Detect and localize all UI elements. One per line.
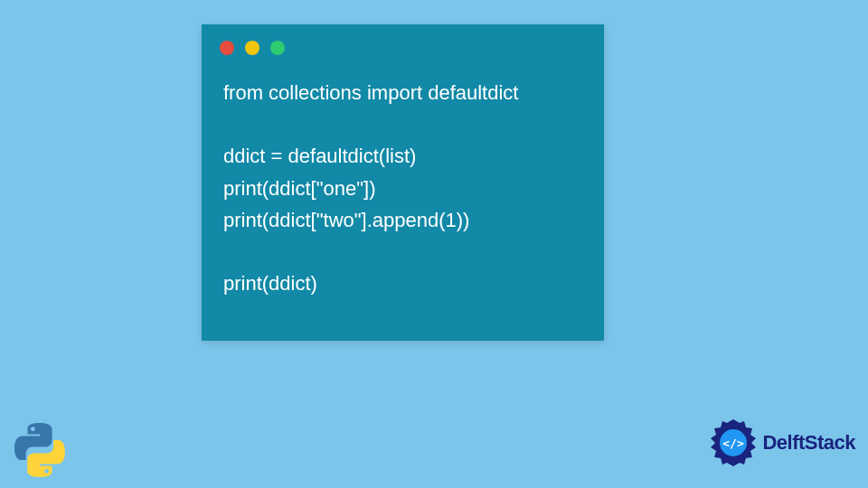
code-line: print(ddict["one"]) bbox=[223, 177, 375, 200]
code-line: ddict = defaultdict(list) bbox=[223, 145, 416, 167]
svg-text:</>: </> bbox=[723, 436, 745, 450]
code-window: from collections import defaultdict ddic… bbox=[202, 24, 604, 341]
maximize-icon bbox=[270, 41, 285, 55]
window-controls bbox=[220, 41, 285, 55]
delftstack-badge-icon: </> bbox=[708, 418, 759, 468]
close-icon bbox=[220, 41, 234, 55]
delftstack-logo: </> DelftStack bbox=[708, 418, 855, 468]
minimize-icon bbox=[245, 41, 259, 55]
code-line: print(ddict["two"].append(1)) bbox=[223, 209, 469, 231]
brand-name: DelftStack bbox=[762, 431, 855, 455]
code-block: from collections import defaultdict ddic… bbox=[223, 77, 518, 299]
code-line: from collections import defaultdict bbox=[223, 81, 518, 104]
code-line: print(ddict) bbox=[223, 272, 317, 295]
python-icon bbox=[11, 421, 69, 479]
